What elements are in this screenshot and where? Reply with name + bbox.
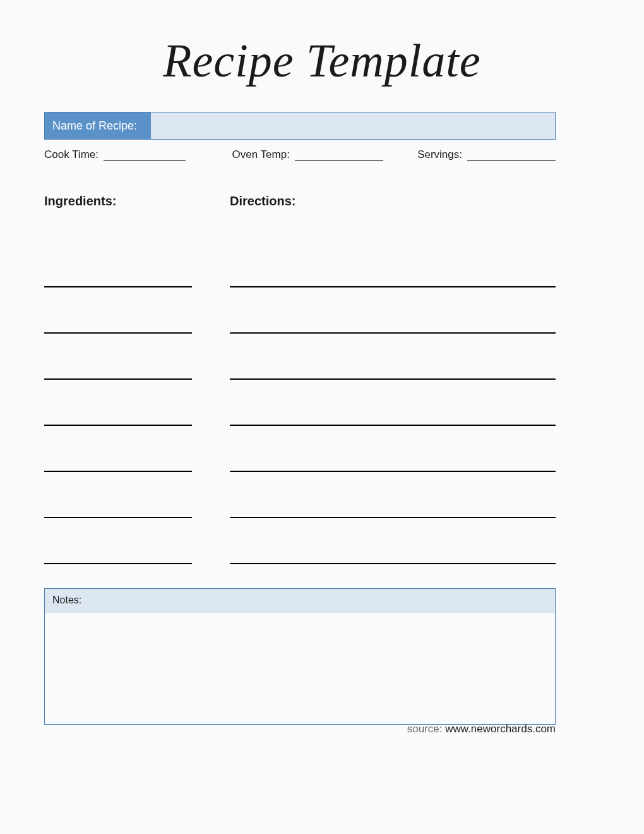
oven-temp-item: Oven Temp: — [232, 147, 418, 161]
columns: Ingredients: Directions: — [44, 194, 556, 564]
oven-temp-field[interactable] — [295, 147, 383, 161]
ingredients-column: Ingredients: — [44, 194, 192, 564]
ingredient-line[interactable] — [44, 241, 192, 287]
notes-label: Notes: — [45, 589, 555, 613]
servings-field[interactable] — [467, 147, 556, 161]
ingredient-line[interactable] — [44, 426, 192, 472]
notes-box: Notes: — [44, 588, 556, 725]
servings-item: Servings: — [417, 147, 556, 161]
direction-line[interactable] — [230, 241, 556, 287]
ingredient-line[interactable] — [44, 518, 192, 564]
ingredient-line[interactable] — [44, 380, 192, 426]
direction-line[interactable] — [230, 426, 556, 472]
oven-temp-label: Oven Temp: — [232, 148, 290, 161]
ingredient-line[interactable] — [44, 472, 192, 518]
source-prefix: source: — [407, 723, 445, 735]
ingredients-heading: Ingredients: — [44, 194, 192, 208]
direction-line[interactable] — [230, 518, 556, 564]
direction-line[interactable] — [230, 287, 556, 334]
source-attribution: source: www.neworchards.com — [407, 723, 556, 735]
servings-label: Servings: — [417, 148, 462, 161]
meta-row: Cook Time: Oven Temp: Servings: — [44, 147, 556, 161]
cook-time-field[interactable] — [104, 147, 186, 161]
name-of-recipe-field[interactable] — [151, 112, 555, 139]
direction-line[interactable] — [230, 380, 556, 426]
ingredient-line[interactable] — [44, 334, 192, 380]
cook-time-label: Cook Time: — [44, 148, 98, 161]
name-of-recipe-label: Name of Recipe: — [45, 112, 151, 139]
cook-time-item: Cook Time: — [44, 147, 232, 161]
source-url: www.neworchards.com — [445, 723, 556, 735]
name-row: Name of Recipe: — [44, 112, 556, 140]
directions-column: Directions: — [230, 194, 556, 564]
page-title: Recipe Template — [0, 0, 644, 112]
directions-heading: Directions: — [230, 194, 556, 208]
direction-line[interactable] — [230, 472, 556, 518]
direction-line[interactable] — [230, 334, 556, 380]
ingredient-line[interactable] — [44, 287, 192, 334]
recipe-card: Name of Recipe: Cook Time: Oven Temp: Se… — [44, 112, 556, 725]
